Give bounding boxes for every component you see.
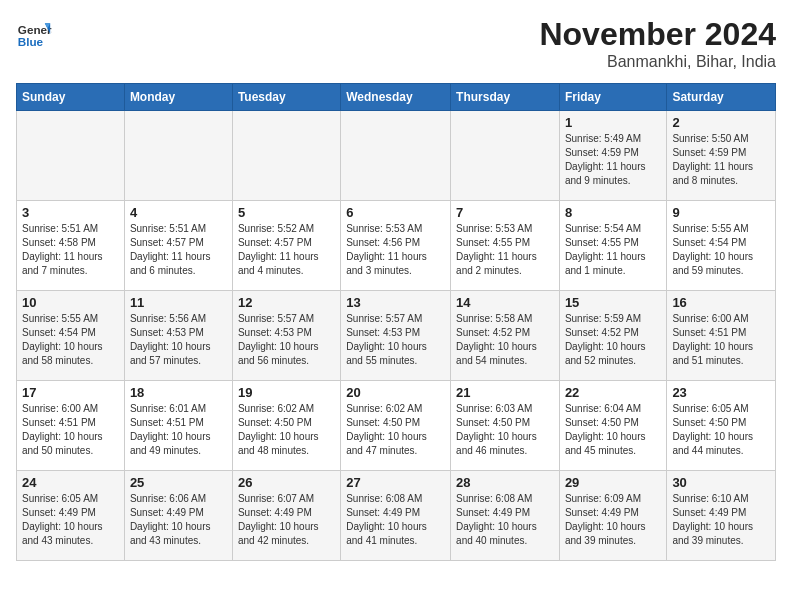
calendar-cell: 12Sunrise: 5:57 AM Sunset: 4:53 PM Dayli… xyxy=(232,291,340,381)
day-info: Sunrise: 5:55 AM Sunset: 4:54 PM Dayligh… xyxy=(672,222,770,278)
day-info: Sunrise: 6:08 AM Sunset: 4:49 PM Dayligh… xyxy=(346,492,445,548)
day-info: Sunrise: 5:52 AM Sunset: 4:57 PM Dayligh… xyxy=(238,222,335,278)
day-info: Sunrise: 6:00 AM Sunset: 4:51 PM Dayligh… xyxy=(22,402,119,458)
day-info: Sunrise: 5:58 AM Sunset: 4:52 PM Dayligh… xyxy=(456,312,554,368)
weekday-header-monday: Monday xyxy=(124,84,232,111)
calendar-table: SundayMondayTuesdayWednesdayThursdayFrid… xyxy=(16,83,776,561)
calendar-cell: 20Sunrise: 6:02 AM Sunset: 4:50 PM Dayli… xyxy=(341,381,451,471)
day-number: 17 xyxy=(22,385,119,400)
svg-text:Blue: Blue xyxy=(18,35,44,48)
calendar-cell: 11Sunrise: 5:56 AM Sunset: 4:53 PM Dayli… xyxy=(124,291,232,381)
day-info: Sunrise: 5:53 AM Sunset: 4:55 PM Dayligh… xyxy=(456,222,554,278)
day-info: Sunrise: 5:56 AM Sunset: 4:53 PM Dayligh… xyxy=(130,312,227,368)
logo: General Blue xyxy=(16,16,52,52)
calendar-cell xyxy=(451,111,560,201)
day-info: Sunrise: 5:57 AM Sunset: 4:53 PM Dayligh… xyxy=(346,312,445,368)
day-info: Sunrise: 6:08 AM Sunset: 4:49 PM Dayligh… xyxy=(456,492,554,548)
logo-icon: General Blue xyxy=(16,16,52,52)
location: Banmankhi, Bihar, India xyxy=(539,53,776,71)
day-info: Sunrise: 5:55 AM Sunset: 4:54 PM Dayligh… xyxy=(22,312,119,368)
day-number: 26 xyxy=(238,475,335,490)
calendar-cell: 23Sunrise: 6:05 AM Sunset: 4:50 PM Dayli… xyxy=(667,381,776,471)
day-number: 5 xyxy=(238,205,335,220)
calendar-cell: 19Sunrise: 6:02 AM Sunset: 4:50 PM Dayli… xyxy=(232,381,340,471)
calendar-cell: 7Sunrise: 5:53 AM Sunset: 4:55 PM Daylig… xyxy=(451,201,560,291)
calendar-cell: 25Sunrise: 6:06 AM Sunset: 4:49 PM Dayli… xyxy=(124,471,232,561)
day-number: 13 xyxy=(346,295,445,310)
calendar-cell: 8Sunrise: 5:54 AM Sunset: 4:55 PM Daylig… xyxy=(559,201,666,291)
calendar-cell: 15Sunrise: 5:59 AM Sunset: 4:52 PM Dayli… xyxy=(559,291,666,381)
calendar-cell xyxy=(232,111,340,201)
day-number: 24 xyxy=(22,475,119,490)
day-number: 8 xyxy=(565,205,661,220)
calendar-cell: 1Sunrise: 5:49 AM Sunset: 4:59 PM Daylig… xyxy=(559,111,666,201)
day-number: 12 xyxy=(238,295,335,310)
calendar-cell: 4Sunrise: 5:51 AM Sunset: 4:57 PM Daylig… xyxy=(124,201,232,291)
calendar-cell: 24Sunrise: 6:05 AM Sunset: 4:49 PM Dayli… xyxy=(17,471,125,561)
weekday-header-sunday: Sunday xyxy=(17,84,125,111)
day-info: Sunrise: 5:54 AM Sunset: 4:55 PM Dayligh… xyxy=(565,222,661,278)
day-info: Sunrise: 6:04 AM Sunset: 4:50 PM Dayligh… xyxy=(565,402,661,458)
day-number: 23 xyxy=(672,385,770,400)
day-number: 20 xyxy=(346,385,445,400)
calendar-cell: 13Sunrise: 5:57 AM Sunset: 4:53 PM Dayli… xyxy=(341,291,451,381)
weekday-header-tuesday: Tuesday xyxy=(232,84,340,111)
day-number: 14 xyxy=(456,295,554,310)
day-info: Sunrise: 6:03 AM Sunset: 4:50 PM Dayligh… xyxy=(456,402,554,458)
calendar-cell xyxy=(17,111,125,201)
day-info: Sunrise: 5:57 AM Sunset: 4:53 PM Dayligh… xyxy=(238,312,335,368)
calendar-cell: 6Sunrise: 5:53 AM Sunset: 4:56 PM Daylig… xyxy=(341,201,451,291)
weekday-header-thursday: Thursday xyxy=(451,84,560,111)
day-number: 11 xyxy=(130,295,227,310)
calendar-cell: 14Sunrise: 5:58 AM Sunset: 4:52 PM Dayli… xyxy=(451,291,560,381)
calendar-cell: 21Sunrise: 6:03 AM Sunset: 4:50 PM Dayli… xyxy=(451,381,560,471)
calendar-cell: 10Sunrise: 5:55 AM Sunset: 4:54 PM Dayli… xyxy=(17,291,125,381)
day-info: Sunrise: 6:06 AM Sunset: 4:49 PM Dayligh… xyxy=(130,492,227,548)
calendar-cell: 22Sunrise: 6:04 AM Sunset: 4:50 PM Dayli… xyxy=(559,381,666,471)
day-number: 9 xyxy=(672,205,770,220)
calendar-cell: 29Sunrise: 6:09 AM Sunset: 4:49 PM Dayli… xyxy=(559,471,666,561)
weekday-header-saturday: Saturday xyxy=(667,84,776,111)
day-info: Sunrise: 6:09 AM Sunset: 4:49 PM Dayligh… xyxy=(565,492,661,548)
day-info: Sunrise: 6:02 AM Sunset: 4:50 PM Dayligh… xyxy=(238,402,335,458)
day-number: 28 xyxy=(456,475,554,490)
calendar-week-3: 10Sunrise: 5:55 AM Sunset: 4:54 PM Dayli… xyxy=(17,291,776,381)
day-info: Sunrise: 6:01 AM Sunset: 4:51 PM Dayligh… xyxy=(130,402,227,458)
day-info: Sunrise: 6:00 AM Sunset: 4:51 PM Dayligh… xyxy=(672,312,770,368)
calendar-cell: 18Sunrise: 6:01 AM Sunset: 4:51 PM Dayli… xyxy=(124,381,232,471)
page-header: General Blue November 2024 Banmankhi, Bi… xyxy=(16,16,776,71)
day-number: 3 xyxy=(22,205,119,220)
day-number: 27 xyxy=(346,475,445,490)
weekday-header-row: SundayMondayTuesdayWednesdayThursdayFrid… xyxy=(17,84,776,111)
day-number: 18 xyxy=(130,385,227,400)
day-number: 4 xyxy=(130,205,227,220)
day-number: 6 xyxy=(346,205,445,220)
calendar-week-5: 24Sunrise: 6:05 AM Sunset: 4:49 PM Dayli… xyxy=(17,471,776,561)
day-number: 30 xyxy=(672,475,770,490)
day-info: Sunrise: 5:53 AM Sunset: 4:56 PM Dayligh… xyxy=(346,222,445,278)
weekday-header-friday: Friday xyxy=(559,84,666,111)
day-number: 29 xyxy=(565,475,661,490)
day-number: 2 xyxy=(672,115,770,130)
calendar-cell xyxy=(341,111,451,201)
day-number: 21 xyxy=(456,385,554,400)
calendar-cell: 30Sunrise: 6:10 AM Sunset: 4:49 PM Dayli… xyxy=(667,471,776,561)
day-number: 25 xyxy=(130,475,227,490)
day-number: 7 xyxy=(456,205,554,220)
calendar-cell: 16Sunrise: 6:00 AM Sunset: 4:51 PM Dayli… xyxy=(667,291,776,381)
weekday-header-wednesday: Wednesday xyxy=(341,84,451,111)
calendar-week-2: 3Sunrise: 5:51 AM Sunset: 4:58 PM Daylig… xyxy=(17,201,776,291)
day-number: 15 xyxy=(565,295,661,310)
day-info: Sunrise: 5:59 AM Sunset: 4:52 PM Dayligh… xyxy=(565,312,661,368)
calendar-cell: 28Sunrise: 6:08 AM Sunset: 4:49 PM Dayli… xyxy=(451,471,560,561)
calendar-cell: 3Sunrise: 5:51 AM Sunset: 4:58 PM Daylig… xyxy=(17,201,125,291)
title-area: November 2024 Banmankhi, Bihar, India xyxy=(539,16,776,71)
calendar-cell: 17Sunrise: 6:00 AM Sunset: 4:51 PM Dayli… xyxy=(17,381,125,471)
day-number: 10 xyxy=(22,295,119,310)
month-title: November 2024 xyxy=(539,16,776,53)
calendar-week-4: 17Sunrise: 6:00 AM Sunset: 4:51 PM Dayli… xyxy=(17,381,776,471)
day-info: Sunrise: 5:49 AM Sunset: 4:59 PM Dayligh… xyxy=(565,132,661,188)
day-info: Sunrise: 5:50 AM Sunset: 4:59 PM Dayligh… xyxy=(672,132,770,188)
day-info: Sunrise: 5:51 AM Sunset: 4:57 PM Dayligh… xyxy=(130,222,227,278)
calendar-cell xyxy=(124,111,232,201)
